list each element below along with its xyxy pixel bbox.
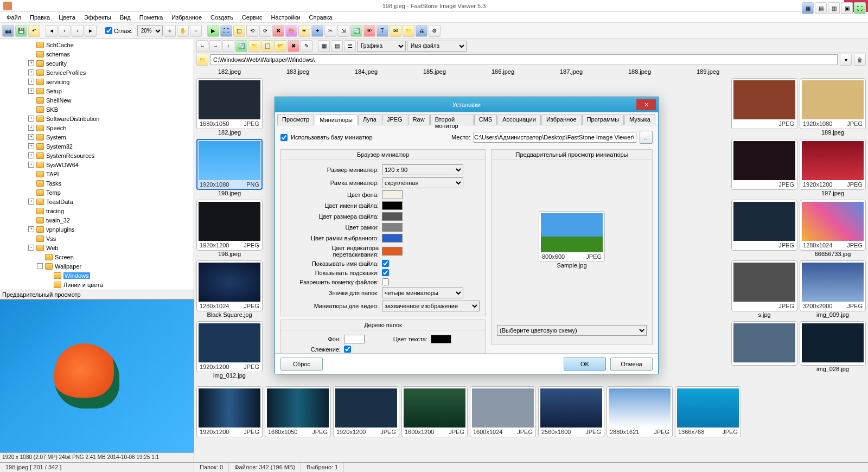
thumbnail[interactable]: 3200x2000JPEGimg_009.jpg: [800, 260, 866, 319]
trash-icon[interactable]: 🗑: [854, 54, 866, 66]
ok-button[interactable]: OK: [564, 358, 606, 371]
thumbnail[interactable]: 1600x1200JPEG: [401, 386, 468, 445]
tab-Raw[interactable]: Raw: [408, 114, 430, 125]
tree-node[interactable]: Windows: [2, 271, 194, 280]
showname-checkbox[interactable]: [382, 260, 389, 267]
slideshow-icon[interactable]: ▶: [207, 25, 219, 37]
menu-Эффекты[interactable]: Эффекты: [81, 13, 114, 22]
thumbnail[interactable]: 1920x1080PNG190.jpeg: [196, 139, 263, 197]
tracking-checkbox[interactable]: [344, 346, 351, 353]
nav-next-icon[interactable]: ›: [72, 25, 84, 37]
menu-Настройки[interactable]: Настройки: [268, 13, 304, 22]
tree-node[interactable]: +servicing: [2, 77, 194, 86]
thumbnail[interactable]: 1366x768JPEG: [675, 386, 741, 445]
foldericons-select[interactable]: четыре миниатюры: [382, 288, 463, 298]
tree-node[interactable]: schemas: [2, 49, 194, 59]
video-thumb-select[interactable]: захваченное изображение: [382, 301, 480, 311]
undo-icon[interactable]: ↶: [28, 25, 40, 37]
thumbnail[interactable]: 2560x1600JPEG: [538, 386, 604, 445]
color-scheme-select[interactable]: (Выберите цветовую схему): [497, 325, 647, 336]
tab-Ассоциации[interactable]: Ассоциации: [497, 114, 541, 125]
place-browse-button[interactable]: …: [640, 131, 653, 144]
filetype-filter[interactable]: Графика: [357, 41, 406, 52]
settings-icon[interactable]: ⚙: [429, 25, 441, 37]
tree-node[interactable]: TAPI: [2, 169, 194, 178]
tree-node[interactable]: +System: [2, 132, 194, 142]
dialog-titlebar[interactable]: Установки ✕: [275, 97, 658, 112]
tab-Второй монитор[interactable]: Второй монитор: [430, 114, 474, 125]
tree-node[interactable]: twain_32: [2, 215, 194, 225]
redeye-icon[interactable]: 👁: [363, 25, 375, 37]
thumbnail[interactable]: 1920x1200JPEGimg_012.jpg: [196, 321, 263, 380]
thumbnail[interactable]: 1920x1080JPEG189.jpeg: [800, 78, 866, 137]
thumb-frame-select[interactable]: скруглённая: [382, 177, 463, 188]
tab-Программы[interactable]: Программы: [582, 114, 624, 125]
tab-Просмотр[interactable]: Просмотр: [277, 114, 314, 125]
path-folder-icon[interactable]: 📁: [196, 54, 208, 66]
tree-node[interactable]: +SoftwareDistribution: [2, 114, 194, 123]
menu-Пометка[interactable]: Пометка: [136, 13, 167, 22]
tree-node[interactable]: +ToastData: [2, 197, 194, 206]
tree-text-swatch[interactable]: [431, 335, 451, 343]
menu-Сервис[interactable]: Сервис: [239, 13, 266, 22]
nav-prev-icon[interactable]: ‹: [59, 25, 71, 37]
smoothing-checkbox[interactable]: [105, 27, 112, 34]
rotate-left-icon[interactable]: ⟲: [246, 25, 258, 37]
nav-up-icon[interactable]: ↑: [222, 40, 234, 52]
delete-icon[interactable]: ✖: [272, 25, 284, 37]
name-color-swatch[interactable]: [382, 201, 403, 210]
bg-color-swatch[interactable]: [382, 190, 403, 199]
reset-button[interactable]: Сброс: [280, 358, 323, 371]
menu-Вид[interactable]: Вид: [117, 13, 134, 22]
rotate-right-icon[interactable]: ⟳: [259, 25, 271, 37]
tree-node[interactable]: +security: [2, 59, 194, 68]
tree-node[interactable]: Screen: [2, 252, 194, 261]
menu-Создать[interactable]: Создать: [207, 13, 237, 22]
acquire-icon[interactable]: 📷: [2, 25, 14, 37]
save-icon[interactable]: 💾: [15, 25, 27, 37]
drag-color-swatch[interactable]: [382, 247, 403, 256]
text-icon[interactable]: T: [376, 25, 388, 37]
nav-copy-icon[interactable]: 📋: [261, 40, 273, 52]
tree-node[interactable]: SKB: [2, 105, 194, 114]
tree-node[interactable]: +Speech: [2, 123, 194, 132]
thumb-size-select[interactable]: 120 x 90: [382, 164, 463, 175]
nav-newfolder-icon[interactable]: 📁: [248, 40, 260, 52]
use-thumbdb-checkbox[interactable]: [280, 134, 288, 141]
resize-icon[interactable]: ⇲: [337, 25, 349, 37]
menu-Цвета[interactable]: Цвета: [55, 13, 79, 22]
tree-node[interactable]: ShellNew: [2, 95, 194, 105]
thumbnail[interactable]: img_028.jpg: [800, 321, 866, 373]
nav-move-icon[interactable]: 📂: [275, 40, 286, 52]
nav-rename-icon[interactable]: ✎: [301, 40, 312, 52]
menu-Избранное[interactable]: Избранное: [168, 13, 205, 22]
thumbview1-icon[interactable]: ▦: [318, 40, 330, 52]
thumbnail[interactable]: JPEG: [731, 139, 797, 197]
refresh-icon[interactable]: 🔄: [350, 25, 362, 37]
cancel-button[interactable]: Отмена: [610, 358, 653, 371]
tree-node[interactable]: +SysWOW64: [2, 160, 194, 169]
place-input[interactable]: [474, 132, 636, 143]
zoom-out-icon[interactable]: －: [190, 25, 202, 37]
nav-forward-icon[interactable]: →: [209, 40, 221, 52]
thumbnail[interactable]: 1280x1024JPEG66656733.jpg: [800, 200, 866, 258]
tree-node[interactable]: Линии и цвета: [2, 280, 194, 289]
thumbnail[interactable]: 2880x1621JPEG: [607, 386, 673, 445]
menu-Файл[interactable]: Файл: [3, 13, 24, 22]
tree-node[interactable]: tracing: [2, 206, 194, 215]
tree-node[interactable]: Tasks: [2, 178, 194, 188]
thumbnail[interactable]: [731, 321, 797, 373]
compare-icon[interactable]: ◫: [233, 25, 245, 37]
thumbview3-icon[interactable]: ☰: [344, 40, 356, 52]
fullscreen2-icon[interactable]: ⛶: [854, 2, 866, 14]
tree-node[interactable]: Temp: [2, 188, 194, 197]
tab-Лупа[interactable]: Лупа: [358, 114, 381, 125]
tree-node[interactable]: Vss: [2, 234, 194, 243]
selborder-color-swatch[interactable]: [382, 234, 403, 243]
tab-Миниатюры[interactable]: Миниатюры: [315, 114, 358, 125]
hints-checkbox[interactable]: [382, 269, 389, 276]
thumbnail[interactable]: JPEGs.jpg: [731, 260, 797, 319]
tree-node[interactable]: +ServiceProfiles: [2, 68, 194, 77]
dim-color-swatch[interactable]: [382, 212, 403, 221]
tab-CMS[interactable]: CMS: [474, 114, 497, 125]
